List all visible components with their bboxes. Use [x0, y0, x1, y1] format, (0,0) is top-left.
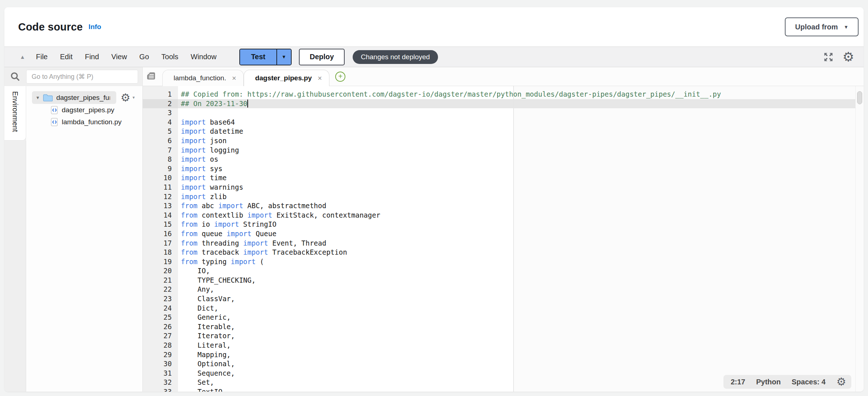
- scrollbar-thumb[interactable]: [857, 91, 862, 104]
- file-name: lambda_function.py: [62, 118, 122, 126]
- test-dropdown-button[interactable]: ▼: [276, 49, 291, 65]
- folder-expand-icon[interactable]: ▼: [36, 95, 40, 100]
- test-button[interactable]: Test: [240, 49, 276, 65]
- line-number: 10: [143, 173, 178, 183]
- deploy-status-badge: Changes not deployed: [353, 50, 438, 64]
- folder-icon: [43, 94, 53, 101]
- tab-dagster_pipes-py[interactable]: dagster_pipes.py×: [244, 70, 329, 86]
- close-icon[interactable]: ×: [232, 74, 236, 82]
- code-line: Optional,: [181, 359, 864, 369]
- line-number: 31: [143, 369, 178, 378]
- code-line: Generic,: [181, 313, 864, 322]
- code-line: Any,: [181, 285, 864, 294]
- code-line: Iterable,: [181, 322, 864, 332]
- tab-label: dagster_pipes.py: [255, 74, 312, 82]
- code-line: from abc import ABC, abstractmethod: [181, 201, 864, 211]
- line-number: 23: [143, 294, 178, 304]
- main-area: Environment ▼ dagster_pipes_funct: [4, 67, 864, 392]
- tab-bar: lambda_function.×dagster_pipes.py× +: [143, 67, 864, 86]
- code-line: from typing import (: [181, 257, 864, 267]
- line-number: 11: [143, 183, 178, 192]
- code-line: from traceback import TracebackException: [181, 248, 864, 257]
- code-line: IO,: [181, 266, 864, 276]
- menu-tools[interactable]: Tools: [155, 53, 184, 61]
- gear-icon: ⚙: [121, 92, 130, 103]
- line-number: 2: [143, 99, 178, 109]
- tree-folder-row[interactable]: ▼ dagster_pipes_funct: [32, 91, 116, 104]
- code-line: from contextlib import ExitStack, contex…: [181, 211, 864, 220]
- tree-file-lambda_function-py[interactable]: lambda_function.py: [26, 116, 142, 128]
- code-line: import logging: [181, 146, 864, 155]
- line-number: 28: [143, 341, 178, 350]
- info-link[interactable]: Info: [89, 23, 101, 31]
- line-number: 1: [143, 90, 178, 99]
- new-tab-button[interactable]: +: [335, 72, 345, 82]
- editor-status-bar: 2:17 Python Spaces: 4 ⚙: [723, 375, 851, 389]
- python-file-icon: [51, 106, 58, 114]
- close-icon[interactable]: ×: [318, 74, 322, 82]
- file-tree: ▼ dagster_pipes_funct ⚙ ▼ dag: [26, 86, 142, 392]
- line-number: 30: [143, 359, 178, 369]
- line-number: 21: [143, 276, 178, 285]
- code-source-card: Code source Info Upload from ▼ ▲ FileEdi…: [4, 7, 864, 392]
- line-number: 16: [143, 229, 178, 239]
- search-icon: [4, 71, 26, 82]
- upload-from-button[interactable]: Upload from ▼: [785, 17, 859, 36]
- goto-anything-input[interactable]: [26, 70, 138, 84]
- settings-gear-icon[interactable]: ⚙: [843, 50, 854, 64]
- chevron-down-icon: ▼: [281, 54, 286, 59]
- menu-edit[interactable]: Edit: [54, 53, 78, 61]
- editor-settings-gear-icon[interactable]: ⚙: [836, 376, 846, 387]
- code-line: Dict,: [181, 304, 864, 313]
- tab-list-icon[interactable]: [146, 71, 156, 82]
- line-number: 6: [143, 136, 178, 146]
- line-number: 7: [143, 146, 178, 155]
- text-cursor: [247, 100, 248, 108]
- code-line: TYPE_CHECKING,: [181, 276, 864, 285]
- file-name: dagster_pipes.py: [62, 106, 114, 114]
- header: Code source Info Upload from ▼: [4, 7, 864, 47]
- line-number: 14: [143, 211, 178, 220]
- code-line: import warnings: [181, 183, 864, 192]
- editor-region: lambda_function.×dagster_pipes.py× + 123…: [142, 67, 864, 392]
- language-mode[interactable]: Python: [756, 378, 781, 386]
- code-editor[interactable]: 1234567891011121314151617181920212223242…: [143, 86, 864, 392]
- tree-settings-button[interactable]: ⚙ ▼: [121, 92, 135, 103]
- line-number: 26: [143, 322, 178, 332]
- cursor-position[interactable]: 2:17: [731, 378, 745, 386]
- code-line: Iterator,: [181, 331, 864, 341]
- menu-view[interactable]: View: [105, 53, 133, 61]
- line-number: 22: [143, 285, 178, 294]
- line-number: 17: [143, 239, 178, 248]
- line-number-gutter[interactable]: 1234567891011121314151617181920212223242…: [143, 86, 178, 392]
- line-number: 9: [143, 164, 178, 174]
- line-number: 27: [143, 331, 178, 341]
- collapse-panel-icon[interactable]: ▲: [15, 54, 30, 60]
- code-line: from threading import Event, Thread: [181, 239, 864, 248]
- code-line: ## On 2023-11-30: [181, 99, 864, 109]
- fullscreen-icon[interactable]: [823, 52, 834, 62]
- folder-name: dagster_pipes_funct: [56, 94, 110, 102]
- vertical-scrollbar[interactable]: [855, 86, 864, 392]
- code-line: import base64: [181, 118, 864, 127]
- menu-find[interactable]: Find: [79, 53, 105, 61]
- menu-go[interactable]: Go: [133, 53, 155, 61]
- deploy-button[interactable]: Deploy: [299, 49, 345, 65]
- menu-window[interactable]: Window: [184, 53, 223, 61]
- line-number: 3: [143, 108, 178, 118]
- lambda-code-editor: Code source Info Upload from ▼ ▲ FileEdi…: [0, 0, 868, 396]
- code-line: Literal,: [181, 341, 864, 350]
- environment-tab[interactable]: Environment: [4, 86, 26, 141]
- code-line: import json: [181, 136, 864, 146]
- code-line: import zlib: [181, 192, 864, 202]
- menu-file[interactable]: File: [30, 53, 54, 61]
- line-number: 25: [143, 313, 178, 322]
- tab-lambda_function-[interactable]: lambda_function.×: [162, 70, 244, 86]
- environment-label: Environment: [11, 91, 19, 140]
- tab-label: lambda_function.: [174, 74, 226, 82]
- page-title: Code source: [18, 21, 83, 33]
- tree-file-dagster_pipes-py[interactable]: dagster_pipes.py: [26, 104, 142, 116]
- indent-setting[interactable]: Spaces: 4: [792, 378, 826, 386]
- environment-strip: Environment: [4, 86, 26, 392]
- line-number: 4: [143, 118, 178, 127]
